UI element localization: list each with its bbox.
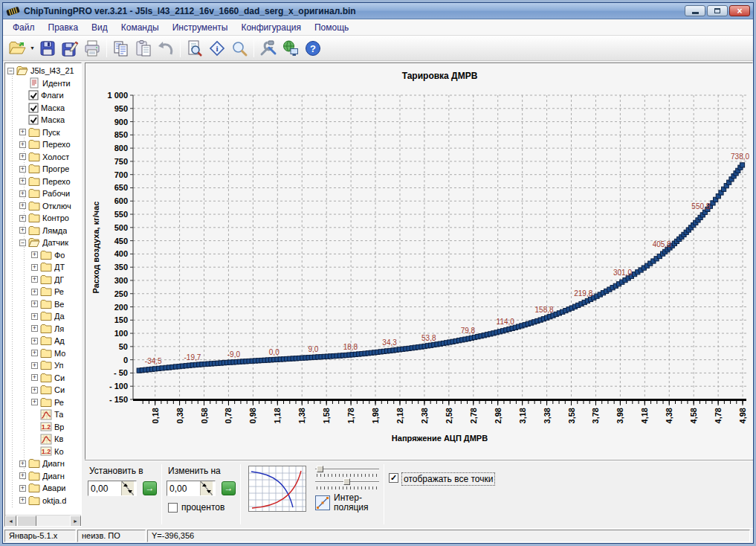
menu-item-1[interactable]: Файл <box>6 21 42 34</box>
tree-item-10[interactable]: +Перехо <box>5 176 81 188</box>
save-as-button[interactable] <box>59 38 81 59</box>
tree-item-27[interactable]: +Си <box>5 384 81 396</box>
expand-icon[interactable]: + <box>31 362 38 369</box>
network-button[interactable] <box>280 38 302 59</box>
tree-item-20[interactable]: +Ве <box>5 298 81 311</box>
menu-item-6[interactable]: Конфигурация <box>234 21 308 34</box>
expand-icon[interactable]: + <box>19 166 26 173</box>
scroll-left-button[interactable]: ◄ <box>5 516 16 527</box>
tree-item-1[interactable]: −J5ls_l43_21 <box>5 65 81 77</box>
expand-icon[interactable]: + <box>31 350 38 356</box>
expand-icon[interactable]: + <box>31 289 38 295</box>
set-to-spinner[interactable] <box>121 481 134 495</box>
tree-item-6[interactable]: +Пуск <box>5 126 81 139</box>
expand-icon[interactable]: + <box>19 153 26 160</box>
apply-change-button[interactable]: → <box>222 481 236 495</box>
open-dropdown-caret[interactable]: ▼ <box>28 38 36 59</box>
search-button[interactable] <box>228 38 251 59</box>
tree-item-36[interactable]: +oktja.d <box>5 495 81 507</box>
help-button[interactable]: ? <box>302 38 324 59</box>
tree-item-32[interactable]: 1.2Ко <box>5 446 81 458</box>
tree-item-33[interactable]: +Диагн <box>5 457 81 470</box>
tree-item-13[interactable]: +Контро <box>5 212 81 225</box>
print-button[interactable] <box>81 38 103 59</box>
tree-item-34[interactable]: +Диагн <box>5 470 81 483</box>
preview-button[interactable] <box>184 38 206 59</box>
title-bar[interactable]: ChipTuningPRO ver.3.21 - J5ls_l43_2112_1… <box>3 3 753 19</box>
tree-item-19[interactable]: +Ре <box>5 286 81 298</box>
menu-item-2[interactable]: Правка <box>42 21 85 34</box>
apply-set-button[interactable]: → <box>143 481 157 495</box>
close-button[interactable]: × <box>729 5 750 16</box>
tree-item-5[interactable]: Маска <box>5 114 81 126</box>
expand-icon[interactable]: + <box>31 313 38 320</box>
tree-item-23[interactable]: +Ад <box>5 335 81 347</box>
expand-icon[interactable]: + <box>19 202 26 209</box>
tree-item-18[interactable]: +ДГ <box>5 274 81 286</box>
expand-icon[interactable]: + <box>19 215 26 222</box>
expand-icon[interactable]: + <box>31 387 38 394</box>
expand-icon[interactable]: + <box>19 460 26 467</box>
y-scale-slider[interactable] <box>315 478 379 489</box>
tree-item-7[interactable]: +Перехо <box>5 138 81 151</box>
expand-icon[interactable]: + <box>31 276 38 283</box>
menu-item-7[interactable]: Помощь <box>308 21 355 34</box>
slider-thumb[interactable] <box>343 478 350 485</box>
tree-item-2[interactable]: Иденти <box>5 77 81 90</box>
tree-item-12[interactable]: +Отключ <box>5 200 81 213</box>
expand-icon[interactable]: + <box>31 374 38 381</box>
expand-icon[interactable]: + <box>19 472 26 479</box>
restore-button[interactable] <box>707 5 728 16</box>
change-by-spinner[interactable] <box>200 481 213 495</box>
tree-item-17[interactable]: +ДТ <box>5 261 81 274</box>
change-by-input[interactable] <box>167 481 200 495</box>
expand-icon[interactable]: + <box>19 227 26 234</box>
save-button[interactable] <box>36 38 59 59</box>
tree-item-9[interactable]: +Прогре <box>5 163 81 176</box>
scroll-right-button[interactable]: ► <box>70 516 81 527</box>
tree-item-11[interactable]: +Рабочи <box>5 187 81 200</box>
tree-item-31[interactable]: Кв <box>5 433 81 446</box>
tree-item-16[interactable]: +Фо <box>5 249 81 262</box>
tree-item-28[interactable]: +Ре <box>5 396 81 409</box>
tree-item-29[interactable]: Та <box>5 408 81 421</box>
minimize-button[interactable] <box>685 5 705 16</box>
collapse-icon[interactable]: − <box>19 240 26 246</box>
tree-item-26[interactable]: +Си <box>5 372 81 385</box>
expand-icon[interactable]: + <box>19 178 26 184</box>
tree-horizontal-scrollbar[interactable]: ◄ ► <box>5 515 81 526</box>
tree-item-35[interactable]: +Авари <box>5 482 81 495</box>
tree-item-30[interactable]: 1.2Вр <box>5 421 81 434</box>
show-all-points-checkbox[interactable]: ✓ <box>389 473 398 483</box>
copy-button[interactable] <box>110 38 132 59</box>
tree-item-14[interactable]: +Лямда <box>5 225 81 237</box>
tree-item-3[interactable]: Флаги <box>5 89 81 102</box>
info-button[interactable]: i <box>206 38 228 59</box>
expand-icon[interactable]: + <box>31 338 38 344</box>
maf-calibration-chart[interactable]: Тарировка ДМРВ1 000950900850800750700650… <box>85 62 753 460</box>
expand-icon[interactable]: + <box>19 141 26 148</box>
collapse-icon[interactable]: − <box>7 68 14 74</box>
expand-icon[interactable]: + <box>19 485 26 492</box>
tools-button[interactable] <box>257 38 280 59</box>
scroll-thumb[interactable] <box>17 516 36 527</box>
expand-icon[interactable]: + <box>19 129 26 135</box>
tree-item-15[interactable]: −Датчик <box>5 237 81 249</box>
undo-button[interactable] <box>155 38 177 59</box>
x-scale-slider[interactable] <box>315 466 379 477</box>
menu-item-3[interactable]: Вид <box>85 21 114 34</box>
tree-item-8[interactable]: +Холост <box>5 151 81 164</box>
expand-icon[interactable]: + <box>31 301 38 307</box>
slider-thumb[interactable] <box>317 466 323 472</box>
expand-icon[interactable]: + <box>31 325 38 332</box>
curve-preview-button[interactable] <box>248 466 306 524</box>
open-button[interactable] <box>6 38 28 59</box>
tree-item-24[interactable]: +Мо <box>5 347 81 360</box>
tree-item-22[interactable]: +Ля <box>5 323 81 335</box>
menu-item-5[interactable]: Инструменты <box>166 21 235 34</box>
percent-checkbox[interactable] <box>168 503 178 513</box>
tree-item-21[interactable]: +Да <box>5 310 81 323</box>
parameter-tree[interactable]: −J5ls_l43_21ИдентиФлагиМаскаМаска+Пуск+П… <box>4 62 82 527</box>
expand-icon[interactable]: + <box>19 497 26 504</box>
expand-icon[interactable]: + <box>31 251 38 258</box>
